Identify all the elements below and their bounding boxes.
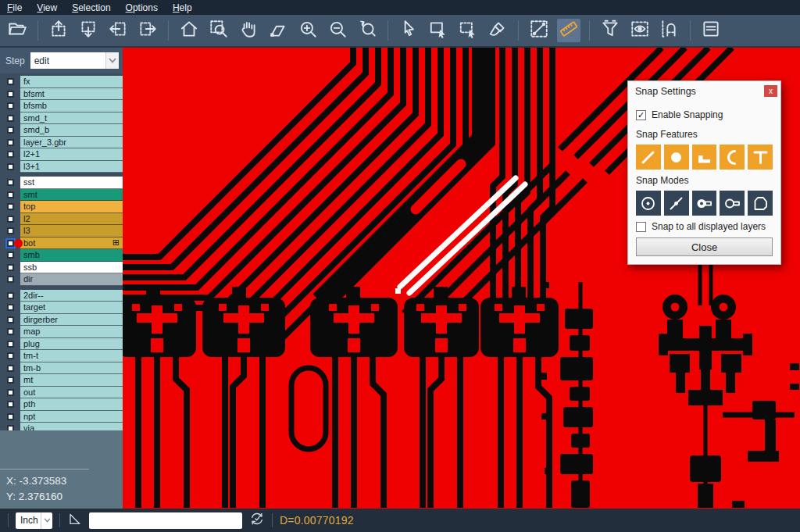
- zoom-out-button[interactable]: [326, 19, 349, 42]
- chevron-down-icon[interactable]: [105, 52, 119, 69]
- snap-feature-pad-button[interactable]: [664, 145, 689, 170]
- menu-help[interactable]: Help: [173, 2, 192, 13]
- layer-visibility-checkbox[interactable]: [7, 377, 14, 384]
- angle-icon[interactable]: [67, 512, 82, 530]
- layer-name[interactable]: map: [20, 326, 123, 338]
- layer-visibility-checkbox[interactable]: [7, 413, 14, 420]
- layer-row-npt[interactable]: npt: [0, 411, 123, 423]
- zoom-dynamic-button[interactable]: [266, 19, 290, 42]
- layer-name[interactable]: smt: [20, 189, 123, 202]
- layer-visibility-checkbox[interactable]: [7, 341, 14, 348]
- menu-view[interactable]: View: [37, 2, 57, 13]
- layer-row-bfsmt[interactable]: bfsmt: [0, 88, 123, 101]
- snap-feature-text-button[interactable]: [748, 145, 773, 170]
- layer-name[interactable]: bfsmb: [20, 100, 123, 112]
- move-down-button[interactable]: [77, 19, 100, 42]
- sync-icon[interactable]: [249, 511, 265, 530]
- layer-name[interactable]: ssb: [20, 262, 123, 274]
- layer-name[interactable]: out: [20, 387, 123, 399]
- snap-mode-pad-outline-button[interactable]: [720, 191, 745, 216]
- filter-button[interactable]: [598, 19, 622, 42]
- pan-button[interactable]: [237, 19, 260, 42]
- layer-name[interactable]: l2+1: [20, 148, 123, 161]
- move-up-button[interactable]: [47, 19, 70, 42]
- snap-feature-arc-button[interactable]: [720, 145, 745, 170]
- layer-name[interactable]: 2dir--: [20, 290, 123, 302]
- layer-visibility-checkbox[interactable]: [7, 304, 14, 311]
- layer-name[interactable]: npt: [20, 411, 123, 423]
- layer-name[interactable]: l2: [20, 213, 123, 226]
- layer-row-2dir--[interactable]: 2dir--: [0, 290, 123, 302]
- layer-row-tm-b[interactable]: tm-b: [0, 362, 123, 375]
- layer-name[interactable]: l3+1: [20, 161, 123, 173]
- select-rect-button[interactable]: [427, 19, 450, 42]
- layer-visibility-checkbox[interactable]: [7, 216, 14, 223]
- chevron-down-icon[interactable]: [41, 512, 52, 529]
- layer-name[interactable]: tm-t: [20, 350, 123, 362]
- layer-name[interactable]: dirgerber: [20, 314, 123, 327]
- layer-row-tm-t[interactable]: tm-t: [0, 350, 123, 362]
- layer-name[interactable]: mt: [20, 374, 123, 387]
- layer-visibility-checkbox[interactable]: [7, 401, 14, 408]
- snap-mode-pad-filled-button[interactable]: [692, 191, 717, 216]
- layer-name[interactable]: smb: [20, 249, 123, 262]
- layer-row-mt[interactable]: mt: [0, 374, 123, 387]
- layer-name[interactable]: top: [20, 201, 123, 213]
- layer-name[interactable]: fx: [20, 76, 123, 88]
- layer-row-layer_3.gbr[interactable]: layer_3.gbr: [0, 137, 123, 149]
- close-button[interactable]: Close: [636, 237, 773, 256]
- layer-visibility-checkbox[interactable]: [7, 276, 14, 283]
- move-right-button[interactable]: [136, 19, 159, 42]
- zoom-previous-button[interactable]: [355, 19, 379, 42]
- enable-snapping-row[interactable]: ✓ Enable Snapping: [636, 109, 773, 120]
- layer-name[interactable]: tm-b: [20, 362, 123, 375]
- snap-button[interactable]: [658, 19, 681, 42]
- layer-visibility-checkbox[interactable]: [7, 292, 14, 299]
- layer-visibility-checkbox[interactable]: [7, 352, 14, 359]
- layer-row-out[interactable]: out: [0, 387, 123, 399]
- unit-select[interactable]: Inch: [16, 512, 52, 529]
- command-input[interactable]: [89, 512, 242, 529]
- layer-visibility-checkbox[interactable]: [7, 240, 14, 247]
- layer-visibility-checkbox[interactable]: [7, 151, 14, 158]
- layer-name[interactable]: bot⊞: [20, 237, 123, 250]
- all-layers-row[interactable]: Snap to all displayed layers: [636, 221, 773, 232]
- layer-row-smb[interactable]: smb: [0, 249, 123, 262]
- layer-visibility-checkbox[interactable]: [7, 316, 14, 323]
- layer-row-l2[interactable]: l2: [0, 213, 123, 226]
- layer-name[interactable]: plug: [20, 338, 123, 351]
- layer-name[interactable]: l3: [20, 225, 123, 237]
- layer-visibility-checkbox[interactable]: [7, 91, 14, 98]
- layer-row-l2+1[interactable]: l2+1: [0, 148, 123, 161]
- layer-visibility-checkbox[interactable]: [7, 328, 14, 335]
- layer-visibility-checkbox[interactable]: [7, 179, 14, 186]
- layer-row-bfsmb[interactable]: bfsmb: [0, 100, 123, 112]
- layer-row-dir[interactable]: dir: [0, 273, 123, 286]
- measure-line-button[interactable]: [527, 19, 551, 42]
- layer-row-map[interactable]: map: [0, 326, 123, 338]
- layer-visibility-checkbox[interactable]: [7, 389, 14, 396]
- layer-visibility-checkbox[interactable]: [7, 127, 14, 134]
- layer-visibility-checkbox[interactable]: [7, 191, 14, 198]
- layer-name[interactable]: layer_3.gbr: [20, 137, 123, 149]
- ruler-button[interactable]: [557, 19, 580, 42]
- layer-name[interactable]: target: [20, 302, 123, 314]
- layer-row-via[interactable]: via: [0, 423, 123, 430]
- layer-visibility-checkbox[interactable]: [7, 365, 14, 372]
- layer-row-target[interactable]: target: [0, 302, 123, 314]
- snap-mode-center-button[interactable]: [636, 191, 661, 216]
- move-left-button[interactable]: [106, 19, 130, 42]
- menu-selection[interactable]: Selection: [72, 2, 110, 13]
- select-group-button[interactable]: [456, 19, 480, 42]
- layer-visibility-checkbox[interactable]: [7, 163, 14, 170]
- layer-row-bot[interactable]: bot⊞: [0, 237, 123, 250]
- zoom-window-button[interactable]: [207, 19, 230, 42]
- layer-row-l3+1[interactable]: l3+1: [0, 161, 123, 173]
- layer-row-smt[interactable]: smt: [0, 189, 123, 202]
- menu-options[interactable]: Options: [126, 2, 158, 13]
- layer-row-dirgerber[interactable]: dirgerber: [0, 314, 123, 327]
- step-select[interactable]: edit: [30, 52, 119, 69]
- layer-name[interactable]: pth: [20, 398, 123, 411]
- layer-row-top[interactable]: top: [0, 201, 123, 213]
- layer-name[interactable]: sst: [20, 177, 123, 189]
